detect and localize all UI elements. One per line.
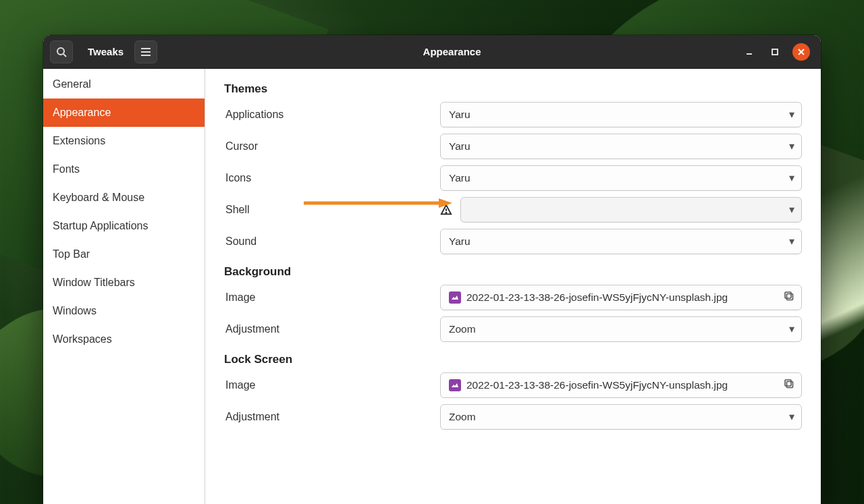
cursor-theme-select[interactable]: Yaru ▾: [440, 134, 802, 159]
row-label: Cursor: [224, 140, 440, 152]
sidebar-item-startup-applications[interactable]: Startup Applications: [43, 212, 205, 240]
close-icon: [797, 48, 805, 56]
svg-rect-12: [785, 292, 791, 298]
section-title-themes: Themes: [224, 82, 802, 96]
background-adjustment-select[interactable]: Zoom ▾: [440, 316, 802, 342]
image-file-icon: [449, 291, 461, 304]
select-value: Yaru: [449, 172, 789, 184]
section-title-background: Background: [224, 265, 802, 279]
row-label: Image: [224, 379, 440, 391]
row-label: Image: [224, 291, 440, 304]
row-label: Adjustment: [224, 323, 440, 335]
row-label: Sound: [224, 235, 440, 248]
icons-theme-select[interactable]: Yaru ▾: [440, 165, 802, 191]
sidebar-item-workspaces[interactable]: Workspaces: [43, 325, 205, 354]
tweaks-window: Tweaks Appearance General Appearance Ext…: [43, 35, 821, 504]
background-image-chooser[interactable]: 2022-01-23-13-38-26-josefin-WS5yjFjycNY-…: [440, 285, 802, 310]
row-cursor: Cursor Yaru ▾: [224, 130, 802, 162]
row-label: Icons: [224, 172, 440, 184]
lockscreen-adjustment-select[interactable]: Zoom ▾: [440, 404, 802, 430]
warning-icon: [440, 204, 452, 216]
row-background-image: Image 2022-01-23-13-38-26-josefin-WS5yjF…: [224, 281, 802, 313]
svg-rect-11: [787, 293, 793, 300]
section-title-lockscreen: Lock Screen: [224, 353, 802, 366]
sidebar-item-label: Window Titlebars: [53, 277, 135, 288]
sidebar-item-label: Appearance: [53, 107, 111, 118]
maximize-button[interactable]: [767, 44, 783, 60]
minimize-icon: [745, 48, 753, 56]
svg-point-10: [446, 212, 446, 213]
row-label: Adjustment: [224, 411, 440, 423]
sidebar-item-label: Keyboard & Mouse: [53, 192, 144, 203]
row-icons: Icons Yaru ▾: [224, 162, 802, 194]
row-label: Shell: [224, 204, 440, 216]
close-button[interactable]: [792, 43, 810, 61]
sidebar-item-top-bar[interactable]: Top Bar: [43, 240, 205, 269]
svg-point-0: [57, 48, 64, 55]
sound-theme-select[interactable]: Yaru ▾: [440, 229, 802, 254]
shell-theme-select: ▾: [460, 197, 802, 223]
sidebar-item-general[interactable]: General: [43, 70, 205, 99]
sidebar-item-windows[interactable]: Windows: [43, 297, 205, 325]
row-lockscreen-image: Image 2022-01-23-13-38-26-josefin-WS5yjF…: [224, 369, 802, 401]
sidebar-item-label: Workspaces: [53, 333, 112, 345]
search-button[interactable]: [50, 40, 73, 63]
sidebar-item-fonts[interactable]: Fonts: [43, 155, 205, 184]
lockscreen-image-chooser[interactable]: 2022-01-23-13-38-26-josefin-WS5yjFjycNY-…: [440, 372, 802, 398]
row-lockscreen-adjustment: Adjustment Zoom ▾: [224, 401, 802, 432]
file-name: 2022-01-23-13-38-26-josefin-WS5yjFjycNY-…: [466, 291, 778, 304]
search-icon: [56, 47, 67, 57]
applications-theme-select[interactable]: Yaru ▾: [440, 102, 802, 128]
sidebar: General Appearance Extensions Fonts Keyb…: [43, 69, 205, 504]
sidebar-item-window-titlebars[interactable]: Window Titlebars: [43, 269, 205, 297]
svg-rect-6: [772, 49, 778, 55]
browse-icon: [778, 291, 794, 304]
titlebar: Tweaks Appearance: [43, 35, 821, 69]
select-value: Yaru: [449, 109, 789, 121]
svg-rect-14: [785, 380, 791, 386]
sidebar-item-label: Startup Applications: [53, 220, 148, 231]
chevron-down-icon: ▾: [789, 411, 794, 423]
sidebar-item-keyboard-mouse[interactable]: Keyboard & Mouse: [43, 184, 205, 212]
hamburger-icon: [140, 47, 151, 57]
row-applications: Applications Yaru ▾: [224, 99, 802, 130]
maximize-icon: [771, 48, 779, 56]
sidebar-item-label: General: [53, 78, 91, 90]
sidebar-item-label: Top Bar: [53, 248, 90, 260]
chevron-down-icon: ▾: [789, 172, 794, 184]
window-controls: [741, 43, 814, 61]
hamburger-menu-button[interactable]: [134, 40, 157, 63]
chevron-down-icon: ▾: [789, 204, 794, 216]
select-value: Zoom: [449, 411, 789, 423]
content-pane: Themes Applications Yaru ▾ Cursor Yaru ▾: [205, 69, 821, 504]
app-name: Tweaks: [88, 46, 124, 57]
file-name: 2022-01-23-13-38-26-josefin-WS5yjFjycNY-…: [466, 379, 778, 391]
sidebar-item-appearance[interactable]: Appearance: [43, 99, 205, 127]
sidebar-item-extensions[interactable]: Extensions: [43, 127, 205, 155]
chevron-down-icon: ▾: [789, 109, 794, 121]
minimize-button[interactable]: [741, 44, 757, 60]
image-file-icon: [449, 379, 461, 391]
sidebar-item-label: Fonts: [53, 163, 80, 175]
row-label: Applications: [224, 109, 440, 121]
chevron-down-icon: ▾: [789, 323, 794, 335]
row-sound: Sound Yaru ▾: [224, 225, 802, 257]
row-background-adjustment: Adjustment Zoom ▾: [224, 313, 802, 345]
svg-line-1: [63, 54, 66, 57]
row-shell: Shell ▾: [224, 194, 802, 225]
page-title: Appearance: [163, 46, 741, 57]
select-value: Yaru: [449, 235, 789, 248]
select-value: Yaru: [449, 140, 789, 152]
svg-rect-13: [787, 381, 793, 387]
browse-icon: [778, 379, 794, 392]
sidebar-item-label: Windows: [53, 305, 97, 316]
chevron-down-icon: ▾: [789, 140, 794, 152]
chevron-down-icon: ▾: [789, 235, 794, 248]
sidebar-item-label: Extensions: [53, 135, 105, 146]
select-value: Zoom: [449, 323, 789, 335]
